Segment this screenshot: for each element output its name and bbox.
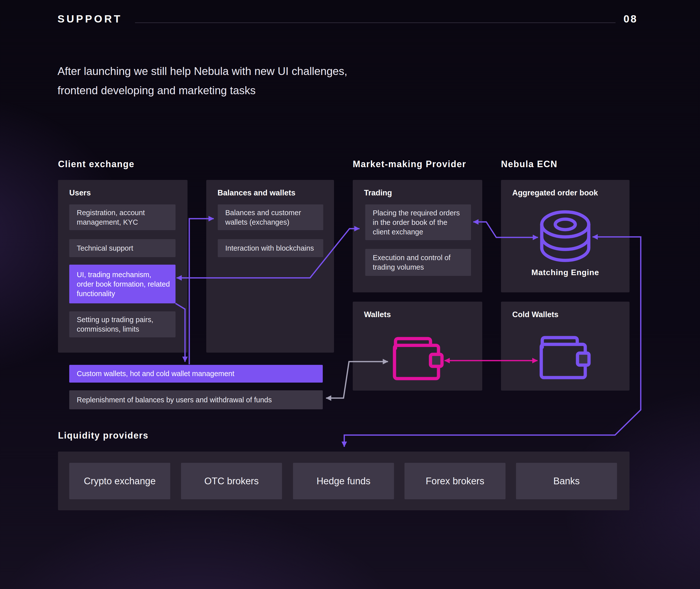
cold-wallet-icon xyxy=(541,338,589,378)
icons-layer xyxy=(0,0,700,589)
database-icon xyxy=(542,212,589,260)
wallet-icon xyxy=(394,339,442,379)
